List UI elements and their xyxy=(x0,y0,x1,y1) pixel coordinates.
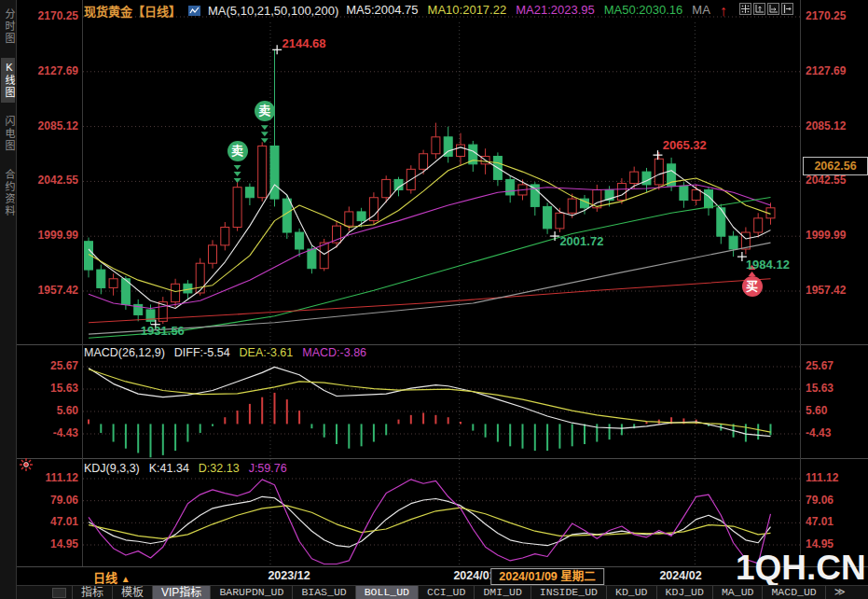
price-axis-label: 2085.12 xyxy=(17,119,78,132)
price-axis-label: 79.06 xyxy=(17,494,78,507)
toolbar-item-bias_ud[interactable]: BIAS_UD xyxy=(292,586,354,599)
macd-value-label: MACD:-3.86 xyxy=(302,346,366,359)
buy-marker: 买 xyxy=(742,276,763,297)
symbol-title: 现货黄金【日线】 xyxy=(84,2,181,20)
price-axis-label: 111.12 xyxy=(806,471,865,484)
macd-value-label: DEA:-3.61 xyxy=(240,346,294,359)
chart-header: 现货黄金【日线】 MA(5,10,21,50,100,200) MA5:2004… xyxy=(84,3,727,19)
price-axis-label: 2170.25 xyxy=(806,9,865,22)
trading-app-window: 分时图 K线图 闪电图 合约资料 现货黄金【日线】 MA(5,10,21,50,… xyxy=(0,0,868,599)
chart-canvas[interactable] xyxy=(0,0,868,599)
price-axis-label: 47.01 xyxy=(17,515,78,528)
toolbar-item-[interactable]: 模板 xyxy=(112,586,152,599)
toolbar-item-[interactable]: ≫ xyxy=(825,586,854,599)
price-axis-label: 2085.12 xyxy=(806,119,865,132)
indicator-alert-icon xyxy=(19,457,34,472)
ma-value-label: MA10:2017.22 xyxy=(428,3,507,20)
macd-value-label: DIFF:-5.54 xyxy=(174,346,230,359)
price-axis-label: 2042.55 xyxy=(806,174,865,187)
macd-title: MACD(26,12,9) xyxy=(84,346,165,359)
date-axis-label: 2023/12 xyxy=(268,569,310,582)
sidebar-item-contract-info[interactable]: 合约资料 xyxy=(1,165,15,221)
ma-settings-label: MA(5,10,21,50,100,200) xyxy=(208,4,338,18)
price-axis-label: 25.67 xyxy=(806,359,865,372)
sell-marker: 卖 xyxy=(255,101,275,121)
chart-annotation: 2065.32 xyxy=(663,138,707,152)
price-axis-label: -4.43 xyxy=(806,426,865,439)
sell-marker: 卖 xyxy=(227,141,248,161)
ma-value-label: MA21:2023.95 xyxy=(516,3,595,20)
line-chart-icon xyxy=(188,5,200,17)
chart-annotation: 2144.68 xyxy=(282,36,325,50)
chart-toolbar-icons xyxy=(739,3,793,15)
kdj-values: K:41.34D:32.13J:59.76 xyxy=(149,462,287,475)
ma-value-label: MA50:2030.16 xyxy=(604,3,683,20)
price-axis-label: 111.12 xyxy=(17,471,78,484)
price-axis-label: 1957.42 xyxy=(17,284,78,297)
date-axis-label: 2024/02 xyxy=(659,569,701,582)
price-axis-label: 14.95 xyxy=(17,537,78,550)
trend-up-icon: ↑ xyxy=(720,3,727,20)
macd-values: DIFF:-5.54DEA:-3.61MACD:-3.86 xyxy=(174,346,366,359)
toolbar-item-cci_ud[interactable]: CCI_UD xyxy=(418,586,474,599)
price-axis-label: 1957.42 xyxy=(806,284,865,297)
toolbar-item-ma_ud[interactable]: MA_UD xyxy=(712,586,763,599)
chart-type-sidebar: 分时图 K线图 闪电图 合约资料 xyxy=(0,0,17,599)
price-axis-label: 47.01 xyxy=(806,515,865,528)
site-watermark: 1QH.CN xyxy=(736,549,866,588)
price-axis-label: 2127.69 xyxy=(806,64,865,77)
price-axis-label: 5.60 xyxy=(806,404,865,417)
toolbar-item-macd_ud[interactable]: MACD_UD xyxy=(762,586,824,599)
price-axis-label: 2170.25 xyxy=(17,9,78,22)
price-axis-label: 5.60 xyxy=(17,404,78,417)
ma-value-label: MA xyxy=(692,3,710,20)
sidebar-item-time-chart[interactable]: 分时图 xyxy=(1,5,15,49)
toolbar-item-kdj_ud[interactable]: KDJ_UD xyxy=(656,586,712,599)
sidebar-item-candle-chart[interactable]: K线图 xyxy=(1,58,15,103)
toolbar-item-boll_ud[interactable]: BOLL_UD xyxy=(355,586,418,599)
toolbar-item-barupdn_ud[interactable]: BARUPDN_UD xyxy=(210,586,292,599)
toolbar-items: 指标模板VIP指标BARUPDN_UDBIAS_UDBOLL_UDCCI_UDD… xyxy=(72,586,854,599)
toolbar-item-kd_ud[interactable]: KD_UD xyxy=(606,586,656,599)
toolbar-item-dmi_ud[interactable]: DMI_UD xyxy=(474,586,530,599)
date-axis-label: 2024/01/09 星期二 xyxy=(490,568,604,585)
toolbar-item-vip[interactable]: VIP指标 xyxy=(152,586,210,599)
toolbar-item-inside_ud[interactable]: INSIDE_UD xyxy=(530,586,606,599)
price-axis-label: -4.43 xyxy=(17,426,78,439)
kdj-value-label: J:59.76 xyxy=(249,462,287,475)
sidebar-item-flash-chart[interactable]: 闪电图 xyxy=(1,112,15,156)
price-axis-label: 15.63 xyxy=(806,382,865,395)
chart-annotation: 1984.12 xyxy=(746,258,790,272)
chevron-up-icon: ▲ xyxy=(121,574,131,584)
price-axis-label: 2127.69 xyxy=(17,64,78,77)
chart-annotation: 1931.56 xyxy=(141,324,185,338)
macd-panel-header: MACD(26,12,9) DIFF:-5.54DEA:-3.61MACD:-3… xyxy=(84,346,366,359)
pan-right-icon[interactable] xyxy=(781,3,793,15)
kdj-title: KDJ(9,3,3) xyxy=(84,462,140,475)
price-axis-label: 1999.99 xyxy=(17,229,78,242)
current-price-box: 2062.56 xyxy=(803,157,868,175)
indicator-toolbar: 指标模板VIP指标BARUPDN_UDBIAS_UDBOLL_UDCCI_UDD… xyxy=(17,585,868,599)
scale-vertical-icon[interactable] xyxy=(753,3,765,15)
kdj-value-label: K:41.34 xyxy=(149,462,189,475)
price-axis-label: 15.63 xyxy=(17,382,78,395)
price-axis-label: 2042.55 xyxy=(17,174,78,187)
ma-values: MA5:2004.75MA10:2017.22MA21:2023.95MA50:… xyxy=(346,3,727,20)
date-axis-label: 2024/01 xyxy=(453,569,495,582)
kdj-panel-header: KDJ(9,3,3) K:41.34D:32.13J:59.76 xyxy=(84,462,287,475)
period-selector[interactable]: 日线 ▲ xyxy=(93,568,131,586)
ma-value-label: MA5:2004.75 xyxy=(346,3,418,20)
price-axis-label: 1999.99 xyxy=(806,229,865,242)
crosshair-icon[interactable] xyxy=(739,3,751,15)
chart-annotation: 2001.72 xyxy=(559,234,603,248)
toolbar-grip-icon[interactable] xyxy=(52,588,66,598)
kdj-value-label: D:32.13 xyxy=(199,462,240,475)
price-axis-label: 79.06 xyxy=(806,494,865,507)
price-axis-label: 25.67 xyxy=(17,359,78,372)
toolbar-item-[interactable]: 指标 xyxy=(72,586,112,599)
scale-horizontal-icon[interactable] xyxy=(767,3,779,15)
